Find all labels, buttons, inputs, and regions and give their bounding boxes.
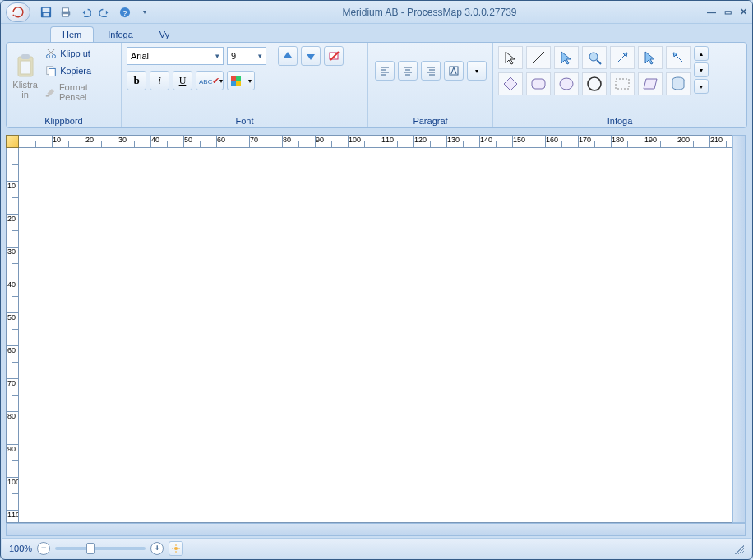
redo-button[interactable] [98,5,113,20]
horizontal-ruler[interactable]: 1020304050607080901001101201301401501601… [19,135,732,148]
vertical-scrollbar[interactable] [732,135,746,523]
align-left-icon [379,65,390,76]
font-shrink-button[interactable] [301,46,321,66]
shape-arrow-ne[interactable] [610,46,635,69]
svg-point-12 [53,54,56,58]
print-button[interactable] [58,5,73,20]
app-menu-button[interactable] [6,2,30,22]
svg-rect-2 [44,12,49,16]
shape-arrow-nw[interactable] [666,46,691,69]
shape-line[interactable] [526,46,551,69]
gallery-up-button[interactable]: ▴ [694,46,709,61]
copy-button[interactable]: Kopiera [42,63,116,78]
svg-rect-5 [63,13,69,16]
shape-pointer-blue[interactable] [554,46,579,69]
tab-hem[interactable]: Hem [50,26,94,42]
text-box-icon: A [448,65,460,76]
minimize-button[interactable]: ― [707,7,716,17]
shape-cylinder[interactable] [666,72,691,95]
shape-roundrect[interactable] [526,72,551,95]
scissors-icon [45,48,57,59]
shape-circle-outline[interactable] [582,72,607,95]
shape-rect-dashed[interactable] [610,72,635,95]
svg-rect-28 [532,79,545,89]
underline-button[interactable]: U [173,71,192,90]
save-button[interactable] [39,5,53,20]
shape-pointer[interactable] [498,46,523,69]
group-label-klippbord: Klippbord [12,114,116,126]
horizontal-scrollbar[interactable] [6,523,746,536]
bold-button[interactable]: b [127,71,146,90]
shape-pointer-fill[interactable] [638,46,663,69]
brush-icon [45,86,56,98]
canvas[interactable] [19,148,732,523]
font-color-button[interactable]: ▾ [227,71,255,90]
align-justify-button[interactable]: A [444,61,464,81]
resize-grip[interactable] [732,543,744,554]
shape-magnifier[interactable] [582,46,607,69]
svg-point-33 [174,547,178,550]
erase-icon [328,50,340,62]
undo-button[interactable] [78,5,93,20]
svg-rect-1 [43,7,50,11]
shape-parallelogram[interactable] [638,72,663,95]
font-size-combo[interactable]: 9▾ [227,47,266,65]
svg-text:?: ? [122,7,127,16]
fit-view-button[interactable] [169,541,183,556]
svg-rect-4 [63,7,69,11]
ruler-origin[interactable] [6,135,19,148]
vertical-ruler[interactable]: 102030405060708090100110120 [6,148,19,523]
svg-point-11 [47,54,50,58]
group-label-paragraf: Paragraf [373,114,487,126]
chevron-up-icon: ▴ [700,50,703,58]
help-button[interactable]: ? [118,5,132,20]
arrow-down-icon [305,50,316,62]
svg-rect-10 [21,61,30,74]
svg-rect-19 [231,81,236,86]
cut-button[interactable]: Klipp ut [42,46,116,61]
svg-rect-20 [236,81,241,86]
tab-vy[interactable]: Vy [147,26,182,42]
zoom-out-button[interactable]: − [37,542,50,555]
close-button[interactable]: ✕ [740,7,747,17]
caret-down-icon: ▾ [258,52,262,60]
zoom-slider[interactable] [55,547,146,550]
svg-rect-14 [49,68,56,76]
font-family-combo[interactable]: Arial▾ [127,47,224,65]
gallery-more-button[interactable]: ▾ [694,79,709,94]
qat-customize-caret[interactable]: ▾ [137,5,152,20]
format-painter-button[interactable]: Format Pensel [42,81,116,104]
tab-infoga[interactable]: Infoga [95,26,146,42]
paste-label: Klistra in [12,80,39,100]
zoom-level-label: 100% [9,544,32,553]
zoom-in-button[interactable]: + [150,542,164,555]
chevron-down-icon: ▾ [700,67,703,74]
zoom-slider-thumb[interactable] [86,543,95,554]
svg-point-30 [588,77,601,90]
italic-button[interactable]: i [150,71,169,90]
copy-icon [45,65,57,76]
svg-rect-17 [231,76,236,81]
clear-format-button[interactable] [324,46,344,66]
spellcheck-button[interactable]: ABC✔▾ [196,71,224,90]
gallery-down-button[interactable]: ▾ [694,62,709,77]
svg-rect-18 [236,76,241,81]
align-left-button[interactable] [375,61,395,81]
fit-icon [171,544,181,553]
statusbar: 100% − + [2,538,751,558]
align-right-button[interactable] [421,61,441,81]
maximize-button[interactable]: ▭ [724,7,732,16]
ribbon: Klistra in Klipp ut Kopiera Format Pense… [6,42,747,128]
menu-icon: ▾ [700,83,703,90]
align-center-button[interactable] [398,61,418,81]
abc-icon: ABC✔ [199,76,219,86]
font-grow-button[interactable] [278,46,298,66]
paste-button[interactable]: Klistra in [12,46,39,107]
shape-ellipse-fill[interactable] [554,72,579,95]
group-label-font: Font [127,114,363,126]
arrow-up-icon [282,50,293,62]
svg-line-23 [533,52,544,63]
ribbon-tabs: Hem Infoga Vy [1,24,752,42]
paragraph-more-button[interactable]: ▾ [467,61,487,81]
shape-diamond[interactable] [498,72,523,95]
